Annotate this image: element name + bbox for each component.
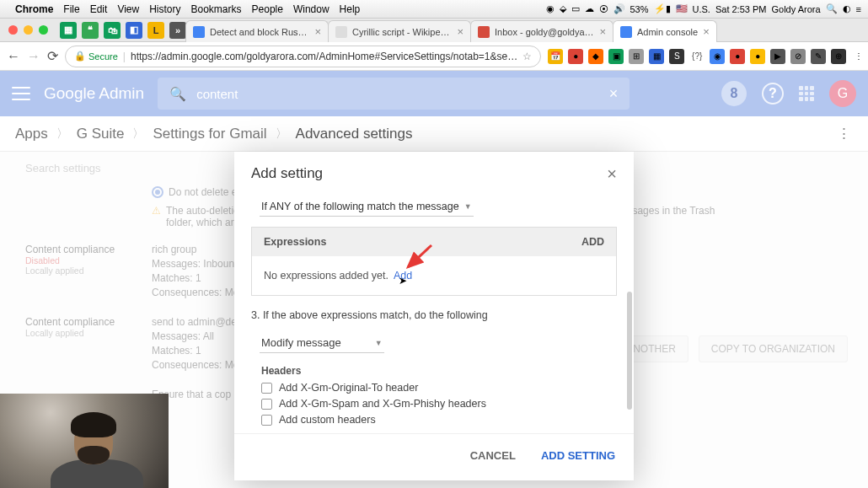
menu-view[interactable]: View [117,3,139,15]
tab-wikipedia[interactable]: Cyrillic script - Wikipedia × [328,20,471,42]
help-icon[interactable]: ? [762,83,784,105]
clear-search-icon[interactable]: × [609,85,619,103]
expressions-empty-text: No expressions added yet. [264,270,388,282]
battery-icon[interactable]: ⚡▮ [654,3,671,14]
app-icon-hangouts[interactable]: ❝ [82,22,99,39]
action-select[interactable]: Modify message ▼ [260,333,384,353]
menu-window[interactable]: Window [293,3,330,15]
active-app-name[interactable]: Chrome [15,3,53,15]
checkbox-icon[interactable] [261,399,272,410]
ext-icon[interactable]: ⊞ [629,49,644,64]
input-flag[interactable]: 🇺🇸 [676,3,688,14]
close-icon[interactable]: × [599,25,606,38]
ext-icon[interactable]: ⊕ [831,49,846,64]
ext-icon[interactable]: ▦ [649,49,664,64]
admin-search[interactable]: 🔍 × [158,78,630,110]
nav-drawer-button[interactable] [12,87,30,100]
notification-center-icon[interactable]: ≡ [856,4,861,14]
chrome-menu-icon[interactable]: ⋮ [851,49,866,64]
window-minimize-icon[interactable] [24,25,33,35]
dialog-close-button[interactable]: × [607,165,617,182]
reload-button[interactable]: ⟳ [47,46,58,67]
chevron-right-icon: 〉 [56,126,68,142]
menu-file[interactable]: File [63,3,79,15]
app-icon-sheets[interactable]: ▦ [60,22,77,39]
ext-icon[interactable]: {?} [689,49,705,64]
wifi-icon[interactable]: ⦿ [599,4,608,14]
app-icon-generic1[interactable]: ◧ [126,22,142,39]
admin-search-input[interactable] [196,87,598,101]
clock[interactable]: Sat 2:53 PM [715,4,767,14]
bookmark-star-icon[interactable]: ☆ [522,51,532,62]
checkbox-custom-headers[interactable]: Add custom headers [261,414,617,426]
app-icon-generic2[interactable]: L [147,22,164,39]
close-icon[interactable]: × [314,25,321,38]
cancel-button[interactable]: CANCEL [467,444,519,467]
tab-detect-block[interactable]: Detect and block Russian la… × [185,20,329,42]
input-label[interactable]: U.S. [693,4,710,14]
ext-icon[interactable]: ▣ [608,49,624,64]
overflow-menu-icon[interactable]: ⋮ [837,125,853,142]
window-close-icon[interactable] [8,25,18,35]
spotlight-icon[interactable]: 🔍 [826,3,838,14]
headers-section-label: Headers [261,365,617,377]
checkbox-original-to[interactable]: Add X-Gm-Original-To header [261,382,617,394]
add-expression-header-button[interactable]: ADD [581,236,604,248]
step3-label: 3. If the above expressions match, do th… [251,309,617,321]
menu-help[interactable]: Help [340,3,361,15]
volume-icon[interactable]: 🔊 [613,3,625,14]
admin-icon [620,26,632,38]
ext-icon[interactable]: ◆ [588,49,603,64]
notifications-badge[interactable]: 8 [721,81,747,106]
checkbox-icon[interactable] [261,415,272,426]
ext-icon[interactable]: ✎ [811,49,826,64]
username[interactable]: Goldy Arora [771,4,820,14]
window-zoom-icon[interactable] [39,25,48,35]
webcam-preview [0,394,169,488]
chrome-tab-strip: Detect and block Russian la… × Cyrillic … [185,19,863,42]
chevron-right-icon: 〉 [132,126,144,142]
cloud-icon[interactable]: ☁ [585,3,594,14]
address-bar[interactable]: 🔒 Secure | https://admin.google.com/gold… [65,46,541,67]
ext-icon[interactable]: ● [568,49,583,64]
product-logo[interactable]: Google Admin [44,84,144,103]
crumb-gmail-settings[interactable]: Settings for Gmail [153,126,266,142]
display-icon[interactable]: ▭ [571,3,580,14]
menu-bookmarks[interactable]: Bookmarks [191,3,242,15]
ext-icon[interactable]: ◉ [710,49,725,64]
ext-icon[interactable]: 📅 [548,49,563,64]
app-icon-more[interactable]: » [169,22,186,39]
screencast-icon[interactable]: ◉ [546,3,555,14]
window-controls[interactable] [8,25,48,35]
dialog-scrollbar[interactable] [627,292,632,410]
ext-icon[interactable]: ● [750,49,765,64]
close-icon[interactable]: × [457,25,463,38]
forward-button[interactable]: → [27,46,40,67]
apps-launcher-icon[interactable] [799,86,814,101]
close-icon[interactable]: × [703,25,710,38]
ext-icon[interactable]: ● [730,49,745,64]
crumb-apps[interactable]: Apps [15,126,48,142]
macos-menubar: Chrome File Edit View History Bookmarks … [0,0,868,19]
menu-history[interactable]: History [149,3,180,15]
siri-icon[interactable]: ◐ [843,3,851,14]
checkbox-icon[interactable] [261,383,272,394]
battery-percent[interactable]: 53% [630,4,649,14]
app-icon-store[interactable]: 🛍 [104,22,121,39]
dropbox-icon[interactable]: ⬙ [560,3,566,14]
crumb-gsuite[interactable]: G Suite [77,126,125,142]
chrome-toolbar: ← → ⟳ 🔒 Secure | https://admin.google.co… [0,42,868,71]
menu-edit[interactable]: Edit [90,3,108,15]
match-condition-select[interactable]: If ANY of the following match the messag… [260,197,474,217]
add-setting-button[interactable]: ADD SETTING [538,444,619,467]
ext-icon[interactable]: ⊘ [790,49,806,64]
checkbox-spam-phishy[interactable]: Add X-Gm-Spam and X-Gm-Phishy headers [261,398,617,410]
tab-admin-console[interactable]: Admin console × [613,20,717,42]
menu-people[interactable]: People [252,3,283,15]
expressions-panel: Expressions ADD No expressions added yet… [251,227,617,296]
ext-icon[interactable]: S [669,49,684,64]
tab-gmail[interactable]: Inbox - goldy@goldyarora.c… × [470,20,613,42]
account-avatar[interactable]: G [829,80,856,107]
back-button[interactable]: ← [7,46,20,67]
ext-icon[interactable]: ▶ [770,49,785,64]
